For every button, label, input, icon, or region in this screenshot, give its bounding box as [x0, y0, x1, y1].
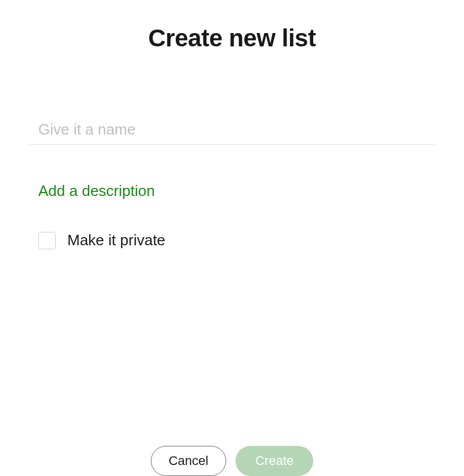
private-row: Make it private	[29, 231, 435, 249]
private-label[interactable]: Make it private	[67, 231, 165, 249]
list-name-input[interactable]	[38, 121, 426, 139]
cancel-button[interactable]: Cancel	[151, 446, 226, 476]
button-row: Cancel Create	[0, 446, 464, 476]
create-list-dialog: Create new list Add a description Make i…	[0, 0, 464, 476]
create-button[interactable]: Create	[235, 446, 313, 476]
name-field-wrapper	[29, 121, 435, 145]
add-description-link[interactable]: Add a description	[29, 182, 164, 200]
dialog-title: Create new list	[29, 24, 435, 52]
private-checkbox[interactable]	[38, 232, 56, 249]
